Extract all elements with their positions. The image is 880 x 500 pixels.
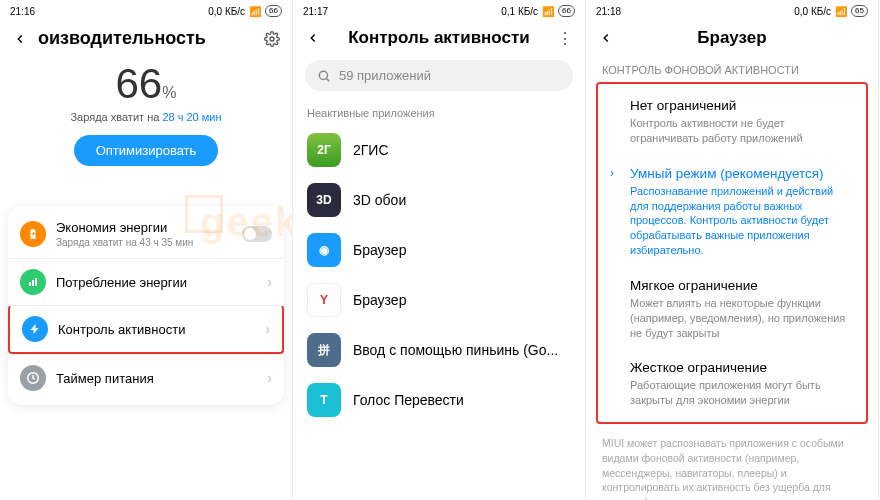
chevron-right-icon: ›	[265, 321, 270, 337]
option-smart-mode[interactable]: › Умный режим (рекомендуется) Распознава…	[598, 156, 866, 268]
screen-browser-restrictions: 21:18 0,0 КБ/с 📶 65 Браузер КОНТРОЛЬ ФОН…	[586, 0, 879, 500]
section-header: КОНТРОЛЬ ФОНОВОЙ АКТИВНОСТИ	[586, 54, 878, 82]
selected-marker-icon: ›	[610, 166, 622, 258]
option-hard-restriction[interactable]: Жесткое ограничение Работающие приложени…	[598, 350, 866, 418]
svg-rect-3	[35, 278, 37, 286]
chevron-right-icon: ›	[267, 370, 272, 386]
row-power-saving[interactable]: Экономия энергии Заряда хватит на 43 ч 3…	[8, 210, 284, 258]
option-title: Мягкое ограничение	[630, 278, 854, 293]
app-icon: ◉	[307, 233, 341, 267]
bolt-icon	[22, 316, 48, 342]
app-name: 3D обои	[353, 192, 406, 208]
charge-estimate: Заряда хватит на 28 ч 20 мин	[0, 111, 292, 123]
header: Браузер	[586, 22, 878, 54]
svg-line-6	[327, 78, 330, 81]
battery-summary: 66% Заряда хватит на 28 ч 20 мин Оптимиз…	[0, 55, 292, 170]
app-icon: 3D	[307, 183, 341, 217]
row-power-usage[interactable]: Потребление энергии ›	[8, 258, 284, 305]
statusbar: 21:17 0,1 КБ/с 📶 66	[293, 0, 585, 22]
app-name: 2ГИС	[353, 142, 389, 158]
app-row-browser-2[interactable]: Y Браузер	[293, 275, 585, 325]
app-icon: T	[307, 383, 341, 417]
header: оизводительность	[0, 22, 292, 55]
option-title: Нет ограничений	[630, 98, 854, 113]
option-desc: Может влиять на некоторые функции (напри…	[630, 296, 854, 341]
app-row-3dwallpaper[interactable]: 3D 3D обои	[293, 175, 585, 225]
option-title: Умный режим (рекомендуется)	[630, 166, 854, 181]
search-input[interactable]: 59 приложений	[305, 60, 573, 91]
status-time: 21:16	[10, 6, 35, 17]
status-time: 21:18	[596, 6, 621, 17]
battery-percent: 66	[116, 60, 163, 107]
option-desc: Работающие приложения могут быть закрыты…	[630, 378, 854, 408]
status-battery: 66	[558, 5, 575, 17]
row-label: Контроль активности	[58, 322, 255, 337]
svg-rect-1	[29, 282, 31, 286]
app-icon: Y	[307, 283, 341, 317]
option-desc: Контроль активности не будет ограничиват…	[630, 116, 854, 146]
chart-icon	[20, 269, 46, 295]
restriction-options: Нет ограничений Контроль активности не б…	[596, 82, 868, 424]
app-icon: 拼	[307, 333, 341, 367]
app-name: Ввод с помощью пиньинь (Go...	[353, 342, 558, 358]
signal-icon: 📶	[835, 6, 847, 17]
svg-point-0	[270, 37, 274, 41]
settings-card: Экономия энергии Заряда хватит на 43 ч 3…	[8, 206, 284, 405]
app-name: Голос Перевести	[353, 392, 464, 408]
status-net: 0,0 КБ/с	[208, 6, 245, 17]
svg-rect-2	[32, 280, 34, 286]
app-row-browser-1[interactable]: ◉ Браузер	[293, 225, 585, 275]
row-label: Потребление энергии	[56, 275, 257, 290]
back-icon[interactable]	[596, 28, 616, 48]
header: Контроль активности ⋮	[293, 22, 585, 54]
page-title: оизводительность	[38, 28, 254, 49]
search-icon	[317, 69, 331, 83]
app-name: Браузер	[353, 242, 406, 258]
row-label: Таймер питания	[56, 371, 257, 386]
page-title: Контроль активности	[331, 28, 547, 48]
app-row-voice-translate[interactable]: T Голос Перевести	[293, 375, 585, 425]
search-placeholder: 59 приложений	[339, 68, 431, 83]
clock-icon	[20, 365, 46, 391]
back-icon[interactable]	[10, 29, 30, 49]
app-row-2gis[interactable]: 2Г 2ГИС	[293, 125, 585, 175]
screen-performance: 21:16 0,0 КБ/с 📶 66 оизводительность 66%…	[0, 0, 293, 500]
percent-symbol: %	[162, 84, 176, 101]
battery-icon	[20, 221, 46, 247]
option-desc: Распознавание приложений и действий для …	[630, 184, 854, 258]
row-activity-control[interactable]: Контроль активности ›	[8, 305, 284, 354]
svg-point-5	[319, 71, 327, 79]
row-power-timer[interactable]: Таймер питания ›	[8, 354, 284, 401]
app-name: Браузер	[353, 292, 406, 308]
status-net: 0,1 КБ/с	[501, 6, 538, 17]
option-soft-restriction[interactable]: Мягкое ограничение Может влиять на некот…	[598, 268, 866, 351]
optimize-button[interactable]: Оптимизировать	[74, 135, 219, 166]
screen-activity-control: 21:17 0,1 КБ/с 📶 66 Контроль активности …	[293, 0, 586, 500]
signal-icon: 📶	[249, 6, 261, 17]
status-battery: 65	[851, 5, 868, 17]
status-net: 0,0 КБ/с	[794, 6, 831, 17]
option-no-restrictions[interactable]: Нет ограничений Контроль активности не б…	[598, 88, 866, 156]
footnote: MIUI может распознавать приложения с осо…	[586, 424, 878, 500]
statusbar: 21:16 0,0 КБ/с 📶 66	[0, 0, 292, 22]
gear-icon[interactable]	[262, 29, 282, 49]
status-time: 21:17	[303, 6, 328, 17]
toggle[interactable]	[242, 226, 272, 242]
statusbar: 21:18 0,0 КБ/с 📶 65	[586, 0, 878, 22]
more-icon[interactable]: ⋮	[555, 28, 575, 48]
option-title: Жесткое ограничение	[630, 360, 854, 375]
chevron-right-icon: ›	[267, 274, 272, 290]
app-icon: 2Г	[307, 133, 341, 167]
row-label: Экономия энергии	[56, 220, 232, 235]
app-row-pinyin[interactable]: 拼 Ввод с помощью пиньинь (Go...	[293, 325, 585, 375]
page-title: Браузер	[624, 28, 840, 48]
status-battery: 66	[265, 5, 282, 17]
back-icon[interactable]	[303, 28, 323, 48]
signal-icon: 📶	[542, 6, 554, 17]
section-header: Неактивные приложения	[293, 97, 585, 125]
row-sub: Заряда хватит на 43 ч 35 мин	[56, 237, 232, 248]
